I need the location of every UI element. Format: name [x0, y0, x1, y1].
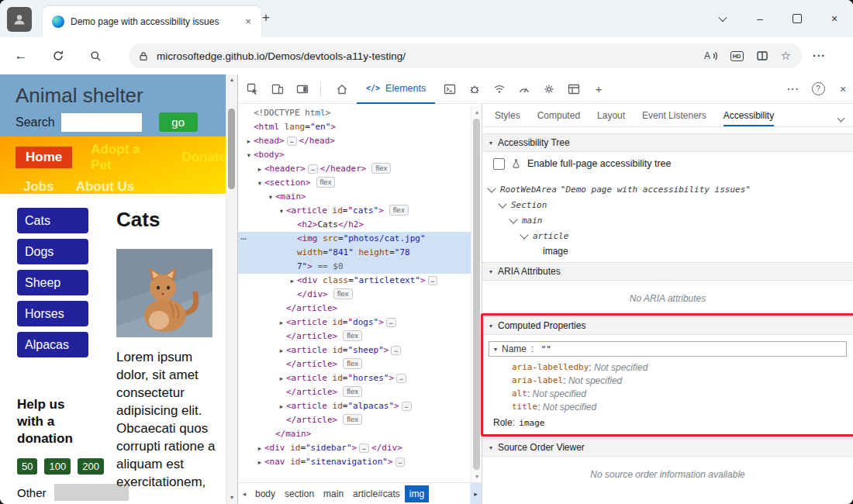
dock-side-icon[interactable] — [292, 79, 313, 99]
browser-tab[interactable]: Demo page with accessibility issues × — [43, 6, 261, 37]
enable-fullpage-tree-label[interactable]: Enable full-page accessibility tree — [527, 158, 672, 169]
dom-tree-line[interactable]: 7"> == $0 — [238, 260, 471, 274]
dom-tree-line[interactable]: <html lang="en"> — [238, 120, 471, 134]
home-icon[interactable] — [332, 79, 352, 99]
sidebar-button-dogs[interactable]: Dogs — [17, 239, 88, 264]
nav-link-adopt-a-pet[interactable]: Adopt a Pet — [91, 142, 163, 173]
section-accessibility-tree[interactable]: ▾ Accessibility Tree — [482, 133, 853, 152]
donation-button-100[interactable]: 100 — [44, 458, 71, 475]
site-search-input[interactable] — [61, 113, 142, 132]
console-icon[interactable] — [440, 79, 460, 99]
scroll-down-icon[interactable]: ▾ — [226, 494, 237, 501]
expand-arrow-icon[interactable]: ▾ — [266, 190, 275, 204]
dom-tree-line[interactable]: <h2>Cats</h2> — [238, 218, 471, 232]
flex-badge[interactable]: flex — [316, 177, 336, 188]
dom-tree-line[interactable]: </article>flex — [238, 330, 471, 343]
breadcrumb-item[interactable]: main — [319, 485, 348, 502]
flex-badge[interactable]: flex — [371, 163, 391, 174]
a11y-tree-node[interactable]: article — [489, 228, 853, 243]
search-icon[interactable] — [84, 44, 107, 67]
expand-arrow-icon[interactable]: ▾ — [244, 148, 254, 162]
section-aria-attributes[interactable]: ▾ ARIA Attributes — [482, 262, 853, 281]
dom-tree-line[interactable]: ▸<header>…</header>flex — [238, 162, 471, 176]
fullpage-tree-checkbox[interactable] — [493, 158, 505, 170]
inspect-icon[interactable] — [243, 79, 263, 99]
nav-link-donate[interactable]: Donate — [181, 150, 226, 165]
sidebar-button-cats[interactable]: Cats — [17, 208, 88, 233]
tab-computed[interactable]: Computed — [537, 110, 580, 126]
performance-icon[interactable] — [514, 79, 534, 99]
tab-close-icon[interactable]: × — [241, 15, 255, 29]
collapsed-content-icon[interactable]: … — [359, 444, 369, 453]
donation-button-50[interactable]: 50 — [17, 458, 37, 475]
device-emulation-icon[interactable] — [268, 79, 288, 99]
flex-badge[interactable]: flex — [343, 386, 362, 397]
new-tab-button[interactable]: + — [257, 10, 275, 26]
dom-tree-line[interactable]: ▸<article id="alpacas">… — [238, 399, 471, 413]
sidebar-tabs-overflow-icon[interactable] — [838, 112, 844, 123]
sidebar-button-sheep[interactable]: Sheep — [17, 270, 88, 295]
breadcrumb-item[interactable]: body — [250, 485, 280, 502]
tab-layout[interactable]: Layout — [597, 110, 625, 126]
dom-tree-line[interactable]: </article>flex — [238, 413, 471, 427]
collapsed-content-icon[interactable]: … — [402, 402, 412, 411]
sidebar-button-horses[interactable]: Horses — [17, 301, 88, 326]
devtools-help-icon[interactable]: ? — [808, 79, 828, 99]
expand-arrow-icon[interactable]: ▾ — [277, 204, 286, 218]
dom-tree-line[interactable]: ▸<head>…</head> — [238, 134, 471, 148]
profile-avatar[interactable] — [7, 7, 32, 32]
dom-tree-line[interactable]: ▸<div id="sidebar">…</div> — [238, 441, 471, 455]
collapsed-content-icon[interactable]: … — [287, 136, 297, 146]
dom-tree-line[interactable]: </article> — [238, 302, 471, 316]
search-go-button[interactable]: go — [159, 112, 198, 132]
node-menu-icon[interactable]: ··· — [240, 232, 247, 246]
dom-tree-line[interactable]: ···<img src="photos/cat.jpg" — [238, 232, 471, 246]
section-source-order[interactable]: ▾ Source Order Viewer — [482, 438, 853, 457]
breadcrumb-item[interactable]: article#cats — [348, 485, 405, 502]
tree-chevron-icon[interactable] — [498, 199, 506, 208]
nav-link-about-us[interactable]: About Us — [76, 179, 135, 195]
tree-chevron-icon[interactable] — [487, 184, 496, 192]
a11y-tree-node[interactable]: image — [489, 243, 853, 259]
close-window-icon[interactable]: × — [816, 0, 853, 37]
dom-tree-line[interactable]: ▾<section>flex — [238, 176, 471, 190]
breadcrumb-left-icon[interactable]: ◂ — [238, 490, 250, 498]
devtools-more-icon[interactable]: ··· — [783, 79, 803, 99]
expand-arrow-icon[interactable]: ▸ — [244, 134, 254, 148]
a11y-tree-node[interactable]: main — [489, 212, 853, 228]
dom-tree-line[interactable]: width="841" height="78 — [238, 246, 471, 260]
refresh-icon[interactable] — [47, 44, 70, 67]
tab-accessibility[interactable]: Accessibility — [723, 110, 774, 126]
dom-tree-line[interactable]: </div>flex — [238, 288, 471, 302]
page-scrollbar[interactable]: ▴ ▾ — [226, 74, 237, 504]
collapsed-content-icon[interactable]: … — [386, 318, 396, 327]
collapsed-content-icon[interactable]: … — [395, 457, 406, 467]
expand-arrow-icon[interactable]: ▸ — [288, 274, 297, 288]
dom-scrollbar-thumb[interactable] — [473, 119, 480, 470]
read-aloud-icon[interactable]: A — [703, 50, 718, 62]
computed-name-row[interactable]: ▾ Name: "" — [489, 341, 847, 357]
expand-arrow-icon[interactable]: ▸ — [255, 441, 264, 455]
expand-arrow-icon[interactable]: ▸ — [277, 399, 286, 413]
dom-tree-line[interactable]: ▾<body> — [238, 148, 471, 162]
flex-badge[interactable]: flex — [343, 358, 362, 369]
dom-tree-line[interactable]: <!DOCTYPE html> — [238, 106, 471, 120]
tab-styles[interactable]: Styles — [495, 110, 520, 126]
url-text[interactable]: microsoftedge.github.io/Demos/devtools-a… — [157, 50, 703, 62]
dom-scroll-up-icon[interactable]: ▴ — [471, 109, 482, 116]
url-field[interactable]: microsoftedge.github.io/Demos/devtools-a… — [129, 43, 802, 68]
dom-tree-line[interactable]: ▸<nav id="sitenavigation">… — [238, 455, 471, 469]
site-info-lock-icon[interactable] — [138, 50, 149, 62]
collapsed-content-icon[interactable]: … — [391, 346, 401, 355]
dom-tree-line[interactable]: ▾<article id="cats">flex — [238, 204, 471, 218]
expand-arrow-icon[interactable]: ▸ — [255, 455, 264, 469]
issues-icon[interactable] — [464, 79, 485, 99]
sidebar-button-alpacas[interactable]: Alpacas — [17, 332, 88, 357]
add-icon[interactable]: + — [589, 79, 609, 99]
dom-scrollbar[interactable]: ▴ ▾ — [471, 106, 482, 482]
breadcrumb-right-icon[interactable]: ▸ — [470, 483, 482, 504]
tree-chevron-icon[interactable] — [520, 230, 528, 239]
page-scrollbar-thumb[interactable] — [228, 109, 235, 189]
dom-tree-line[interactable]: </article>flex — [238, 357, 471, 371]
maximize-icon[interactable] — [779, 0, 816, 37]
